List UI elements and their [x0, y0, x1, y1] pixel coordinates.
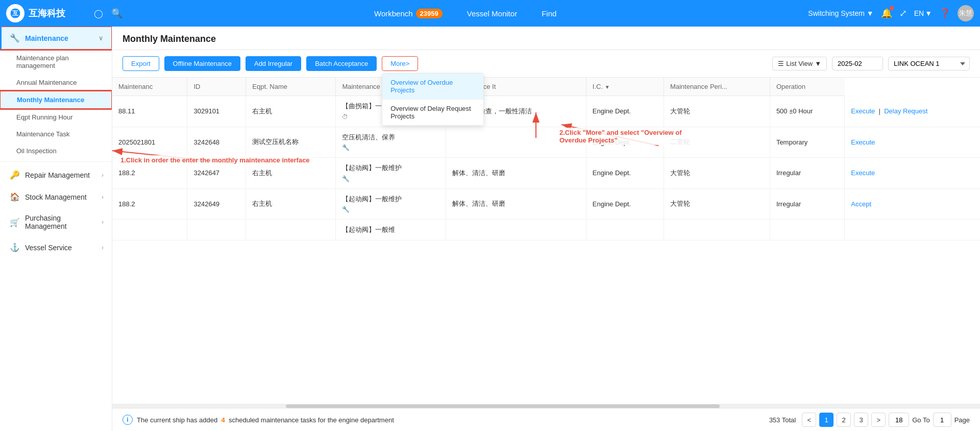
sidebar-item-vessel[interactable]: ⚓ Vessel Service ›: [0, 236, 112, 258]
cell-operation: Execute | Delay Request: [845, 96, 980, 127]
cell-id: 3242649: [187, 188, 246, 220]
main-layout: 🔧 Maintenance ∨ Maintenance plan managem…: [0, 27, 980, 431]
repair-icon: 🔑: [10, 170, 20, 180]
table-row: 2025021801 3242648 测试空压机名称 空压机清洁、保养 🔧 En…: [112, 127, 980, 158]
content-area: Monthly Maintenance Export Offline Maint…: [112, 27, 980, 431]
total-count: 353 Total: [769, 416, 796, 424]
user-avatar[interactable]: 朱慧: [958, 5, 974, 21]
prev-page-button[interactable]: <: [802, 413, 816, 427]
chevron-right-icon: ›: [102, 172, 104, 179]
help-icon[interactable]: ❓: [939, 8, 950, 19]
date-input[interactable]: [832, 57, 883, 70]
cell-period: 500 ±0 Hour: [770, 96, 844, 127]
col-maintenance: Maintenanc: [112, 78, 187, 96]
chevron-down-icon: ∨: [99, 35, 103, 42]
workbench-badge: 23959: [416, 9, 443, 18]
cell-id: 3242647: [187, 158, 246, 189]
sidebar-sub-oil-inspection[interactable]: Oil Inspection: [0, 142, 112, 159]
sidebar-item-maintenance[interactable]: 🔧 Maintenance ∨: [0, 27, 112, 50]
sidebar-sub-maintenance-task[interactable]: Maintenance Task: [0, 126, 112, 142]
search-icon[interactable]: 🔍: [111, 8, 122, 19]
execute-link-2[interactable]: Execute: [851, 138, 875, 146]
sidebar-sub-eqpt-running-hour[interactable]: Eqpt Running Hour: [0, 109, 112, 126]
switching-system-button[interactable]: Switching System ▼: [808, 9, 873, 17]
execute-link-3[interactable]: Execute: [851, 169, 875, 177]
cell-maint-item2: 解体、清洁、研磨: [446, 158, 586, 189]
back-button[interactable]: ◯: [94, 9, 103, 18]
sidebar-sub-maintenance-plan[interactable]: Maintenance plan management: [0, 50, 112, 74]
more-dropdown-menu: Overview of Overdue Projects Overview of…: [382, 73, 484, 126]
cell-eqpt-name: [246, 220, 336, 241]
next-page-button[interactable]: >: [871, 413, 886, 427]
scrollbar-thumb: [286, 404, 720, 408]
sidebar-item-stock[interactable]: 🏠 Stock Management ›: [0, 186, 112, 208]
more-button[interactable]: More>: [382, 56, 418, 71]
nav-icons: ◯ 🔍: [94, 8, 122, 19]
col-ic: I.C. ▼: [586, 78, 664, 96]
col-eqpt-name: Eqpt. Name: [246, 78, 336, 96]
cell-operation: Execute: [845, 127, 980, 158]
nav-center: Workbench 23959 Vessel Monitor Find: [122, 7, 808, 20]
goto-page-input[interactable]: [933, 413, 951, 427]
col-period: Maintenance Peri...: [664, 78, 770, 96]
col-operation: Operation: [770, 78, 844, 96]
cell-id: 3029101: [187, 96, 246, 127]
dropdown-item-overdue[interactable]: Overview of Overdue Projects: [382, 74, 483, 100]
delay-request-link-1[interactable]: Delay Request: [884, 107, 927, 115]
batch-acceptance-button[interactable]: Batch Acceptance: [306, 56, 377, 71]
chevron-right-icon-2: ›: [102, 194, 104, 201]
cell-id: [187, 220, 246, 241]
cell-maintenance: 88.11: [112, 96, 187, 127]
list-view-button[interactable]: ☰ List View ▼: [772, 57, 827, 70]
nav-right: Switching System ▼ 🔔 ⤢ EN ▼ ❓ 朱慧: [808, 5, 974, 21]
sidebar-item-stock-label: Stock Management: [25, 193, 87, 201]
toolbar-right: ☰ List View ▼ LINK OCEAN 1 LINK OCEAN 2 …: [772, 57, 970, 70]
cell-id: 3242648: [187, 127, 246, 158]
page-label: Page: [954, 416, 970, 424]
expand-icon[interactable]: ⤢: [899, 8, 907, 19]
page-3-button[interactable]: 3: [854, 413, 868, 427]
table-row: 88.11 3029101 右主机 【曲拐箱】一般维护 ⏱ 内部机件检查，一般性…: [112, 96, 980, 127]
sidebar-divider: [0, 161, 112, 162]
cell-maintenance: 188.2: [112, 188, 187, 220]
sidebar-item-repair[interactable]: 🔑 Repair Management ›: [0, 164, 112, 186]
workbench-nav[interactable]: Workbench 23959: [370, 7, 447, 20]
vessel-monitor-nav[interactable]: Vessel Monitor: [463, 7, 521, 20]
page-title: Monthly Maintenance: [122, 34, 216, 44]
purchasing-icon: 🛒: [10, 218, 20, 227]
horizontal-scrollbar[interactable]: [112, 404, 980, 408]
sidebar-sub-monthly-maintenance[interactable]: Monthly Maintenance: [0, 91, 112, 109]
table-header-row: Maintenanc ID Eqpt. Name Maintenance It …: [112, 78, 980, 96]
toolbar: Export Offline Maintenance Add Irregular…: [112, 50, 980, 78]
sidebar-item-purchasing[interactable]: 🛒 Purchasing Management ›: [0, 208, 112, 236]
cell-dept: Engine Dept.: [586, 96, 664, 127]
page-2-button[interactable]: 2: [837, 413, 851, 427]
execute-link-1[interactable]: Execute: [851, 107, 875, 115]
cell-period: Temporary: [770, 127, 844, 158]
page-1-button[interactable]: 1: [819, 413, 834, 427]
cell-operation: Execute: [845, 158, 980, 189]
cell-maintenance: 188.2: [112, 158, 187, 189]
svg-text:互: 互: [12, 10, 19, 17]
cell-maint-item2: 解体、清洁、研磨: [446, 188, 586, 220]
notification-bell[interactable]: 🔔: [881, 8, 892, 19]
page-size-input[interactable]: [889, 413, 909, 427]
bottom-bar: i The current ship has added 4 scheduled…: [112, 408, 980, 431]
offline-maintenance-button[interactable]: Offline Maintenance: [164, 56, 240, 71]
language-selector[interactable]: EN ▼: [914, 9, 932, 17]
cell-maintenance: [112, 220, 187, 241]
add-irregular-button[interactable]: Add Irregular: [246, 56, 301, 71]
dropdown-item-delay[interactable]: Overview of Delay Request Projects: [382, 100, 483, 125]
notification-dot: [890, 6, 894, 10]
find-nav[interactable]: Find: [537, 7, 560, 20]
info-icon: i: [122, 415, 133, 425]
cell-ic: 大管轮: [664, 96, 770, 127]
sidebar-sub-annual-maintenance[interactable]: Annual Maintenance: [0, 74, 112, 91]
cell-eqpt-name: 右主机: [246, 96, 336, 127]
export-button[interactable]: Export: [122, 56, 159, 71]
accept-link-4[interactable]: Accept: [851, 200, 871, 208]
table-container: Maintenanc ID Eqpt. Name Maintenance It …: [112, 78, 980, 404]
vessel-select[interactable]: LINK OCEAN 1 LINK OCEAN 2 LINK OCEAN 3: [888, 57, 970, 70]
cell-eqpt-name: 右主机: [246, 158, 336, 189]
cell-period: Irregular: [770, 188, 844, 220]
